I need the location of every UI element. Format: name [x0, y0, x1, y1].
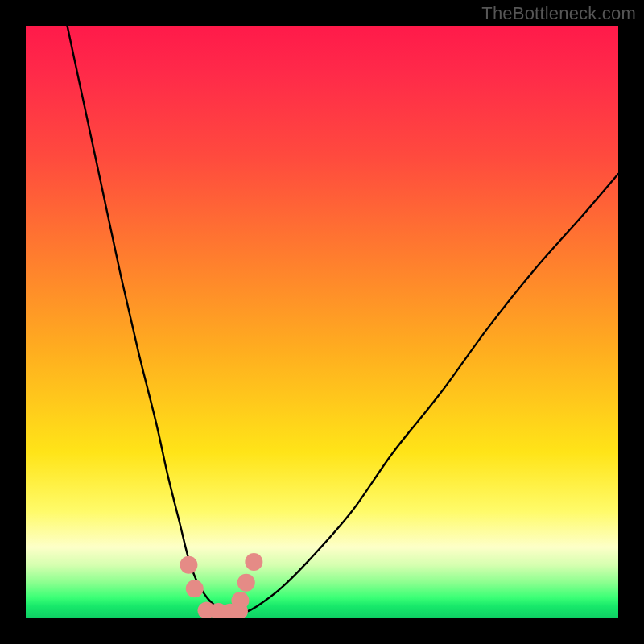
chart-svg-layer — [26, 26, 618, 618]
marker-right-cluster-top — [245, 553, 262, 571]
curve-markers — [180, 553, 262, 618]
marker-left-cluster-top — [180, 556, 197, 574]
marker-left-cluster-bottom — [186, 580, 204, 597]
watermark-text: TheBottleneck.com — [481, 3, 636, 24]
chart-frame: TheBottleneck.com — [0, 0, 644, 644]
plot-area — [26, 26, 618, 618]
marker-right-cluster-mid — [237, 574, 255, 592]
bottleneck-curve — [68, 26, 618, 613]
